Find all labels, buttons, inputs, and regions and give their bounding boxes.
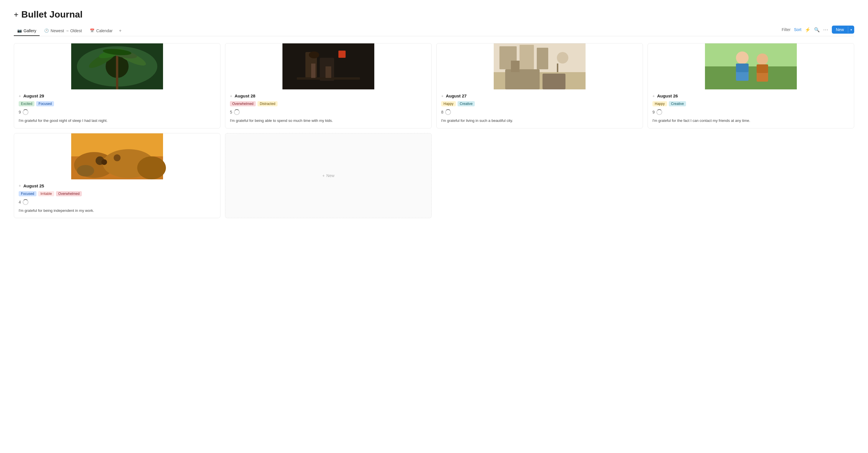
card-score-aug27: 8 [441, 110, 443, 114]
sort-button[interactable]: Sort [794, 27, 801, 32]
card-add-icon[interactable]: + [19, 183, 21, 188]
card-score-aug29: 9 [19, 110, 21, 114]
tag-focused: Focused [36, 101, 54, 106]
card-tags-aug26: HappyCreative [652, 101, 849, 106]
svg-point-32 [736, 52, 749, 64]
tabs: 📷 Gallery 🕐 Newest → Oldest 📅 Calendar + [14, 26, 123, 36]
add-new-label: New [327, 173, 334, 178]
card-text-aug29: I'm grateful for the good night of sleep… [19, 118, 216, 123]
tab-gallery-label: Gallery [24, 28, 36, 33]
card-body-aug28: + August 28 OverwhelmedDistracted 5 I'm … [225, 89, 431, 128]
card-title-row: + August 29 [19, 93, 216, 98]
svg-rect-21 [520, 45, 534, 69]
card-add-icon[interactable]: + [230, 94, 232, 98]
card-image-aug28 [225, 44, 431, 89]
card-tags-aug29: ExcitedFocused [19, 101, 216, 106]
card-body-aug26: + August 26 HappyCreative 9 I'm grateful… [648, 89, 854, 128]
add-new-plus-icon: + [322, 173, 324, 178]
card-text-aug25: I'm grateful for being independent in my… [19, 208, 216, 214]
new-button[interactable]: New ▾ [832, 26, 854, 34]
toolbar: 📷 Gallery 🕐 Newest → Oldest 📅 Calendar +… [14, 26, 854, 36]
card-title-row: + August 28 [230, 93, 427, 98]
svg-point-46 [114, 154, 121, 161]
svg-rect-22 [537, 48, 548, 69]
card-score-row-aug29: 9 [19, 109, 216, 115]
more-button[interactable]: ··· [823, 27, 828, 33]
card-image-aug27 [437, 44, 643, 89]
tab-newest-oldest-label: Newest → Oldest [51, 28, 82, 33]
card-tags-aug27: HappyCreative [441, 101, 638, 106]
svg-point-44 [101, 159, 107, 165]
svg-rect-31 [705, 44, 797, 66]
card-text-aug28: I'm grateful for being able to spend so … [230, 118, 427, 123]
tag-creative: Creative [669, 101, 686, 106]
score-circle-aug26 [656, 109, 662, 115]
card-add-icon[interactable]: + [652, 94, 655, 98]
calendar-icon: 📅 [90, 28, 94, 33]
score-circle-aug28 [234, 109, 240, 115]
tag-focused: Focused [19, 191, 36, 196]
add-new-card[interactable]: + New [225, 133, 432, 219]
svg-rect-37 [756, 64, 768, 73]
tag-creative: Creative [458, 101, 475, 106]
svg-rect-15 [311, 63, 315, 78]
svg-point-45 [77, 165, 94, 176]
tag-distracted: Distracted [257, 101, 278, 106]
lightning-icon[interactable]: ⚡ [805, 27, 811, 32]
card-image-aug29 [14, 44, 220, 89]
card-add-icon[interactable]: + [19, 94, 21, 98]
card-add-icon[interactable]: + [441, 94, 443, 98]
svg-rect-26 [511, 61, 520, 72]
search-icon[interactable]: 🔍 [814, 27, 820, 32]
card-text-aug27: I'm grateful for living in such a beauti… [441, 118, 638, 123]
card-score-row-aug27: 8 [441, 109, 638, 115]
tab-calendar[interactable]: 📅 Calendar [86, 26, 116, 36]
tag-happy: Happy [652, 101, 667, 106]
card-score-aug25: 4 [19, 200, 21, 204]
svg-rect-34 [736, 63, 749, 72]
tag-happy: Happy [441, 101, 456, 106]
svg-point-35 [756, 54, 768, 65]
plus-icon: + [14, 10, 19, 19]
tag-overwhelmed: Overwhelmed [56, 191, 82, 196]
card-aug26[interactable]: + August 26 HappyCreative 9 I'm grateful… [648, 43, 854, 129]
new-button-label: New [832, 26, 848, 34]
card-aug28[interactable]: + August 28 OverwhelmedDistracted 5 I'm … [225, 43, 432, 129]
card-score-aug28: 5 [230, 110, 232, 114]
card-score-row-aug25: 4 [19, 199, 216, 205]
add-tab-button[interactable]: + [117, 26, 123, 36]
tab-gallery[interactable]: 📷 Gallery [14, 26, 40, 36]
page-header: + Bullet Journal [14, 9, 854, 20]
svg-point-27 [557, 52, 568, 63]
filter-button[interactable]: Filter [782, 27, 790, 32]
svg-point-17 [309, 52, 319, 58]
card-body-aug25: + August 25 FocusedIrritableOverwhelmed … [14, 179, 220, 218]
card-aug29[interactable]: + August 29 ExcitedFocused 9 I'm gratefu… [14, 43, 220, 129]
score-circle-aug27 [445, 109, 451, 115]
gallery-grid: + August 29 ExcitedFocused 9 I'm gratefu… [14, 43, 854, 218]
card-title-row: + August 26 [652, 93, 849, 98]
clock-icon: 🕐 [44, 28, 49, 33]
card-body-aug27: + August 27 HappyCreative 8 I'm grateful… [437, 89, 643, 128]
card-title-aug27: August 27 [446, 93, 467, 98]
card-score-aug26: 9 [652, 110, 655, 114]
card-tags-aug25: FocusedIrritableOverwhelmed [19, 191, 216, 196]
card-aug25[interactable]: + August 25 FocusedIrritableOverwhelmed … [14, 133, 220, 219]
svg-rect-25 [542, 74, 565, 89]
svg-rect-24 [505, 69, 539, 89]
tab-newest-oldest[interactable]: 🕐 Newest → Oldest [41, 26, 85, 36]
tag-irritable: Irritable [38, 191, 54, 196]
page-title: Bullet Journal [21, 9, 82, 20]
card-aug27[interactable]: + August 27 HappyCreative 8 I'm grateful… [436, 43, 643, 129]
card-score-row-aug28: 5 [230, 109, 427, 115]
new-button-chevron[interactable]: ▾ [848, 26, 854, 33]
add-new-inner: + New [322, 173, 334, 178]
card-title-aug25: August 25 [23, 183, 44, 188]
score-circle-aug29 [23, 109, 28, 115]
gallery-icon: 📷 [17, 28, 22, 33]
card-title-aug29: August 29 [23, 93, 44, 98]
card-title-row: + August 27 [441, 93, 638, 98]
card-image-aug26 [648, 44, 854, 89]
svg-rect-30 [705, 66, 797, 89]
card-title-aug26: August 26 [657, 93, 678, 98]
